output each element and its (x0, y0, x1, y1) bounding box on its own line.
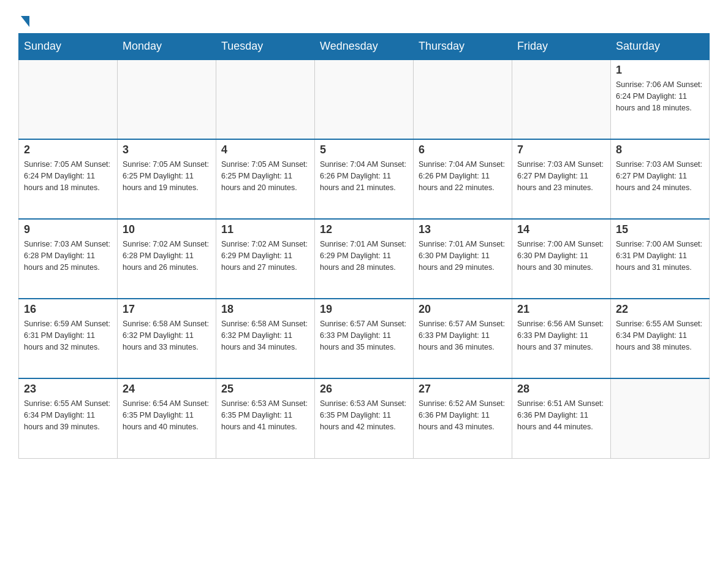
day-info: Sunrise: 7:03 AM Sunset: 6:28 PM Dayligh… (24, 239, 112, 273)
day-info: Sunrise: 7:02 AM Sunset: 6:28 PM Dayligh… (123, 239, 211, 273)
calendar-cell: 16Sunrise: 6:59 AM Sunset: 6:31 PM Dayli… (19, 299, 118, 378)
calendar-week-row: 2Sunrise: 7:05 AM Sunset: 6:24 PM Daylig… (19, 139, 710, 219)
calendar-cell: 21Sunrise: 6:56 AM Sunset: 6:33 PM Dayli… (512, 299, 611, 378)
day-number: 9 (24, 223, 112, 236)
calendar-cell: 13Sunrise: 7:01 AM Sunset: 6:30 PM Dayli… (414, 219, 512, 299)
day-number: 12 (320, 223, 408, 236)
calendar-cell (19, 59, 118, 139)
calendar-cell: 18Sunrise: 6:58 AM Sunset: 6:32 PM Dayli… (216, 299, 315, 378)
calendar-cell: 4Sunrise: 7:05 AM Sunset: 6:25 PM Daylig… (216, 139, 315, 219)
day-number: 14 (517, 223, 605, 236)
day-number: 10 (123, 223, 211, 236)
day-number: 13 (419, 223, 507, 236)
calendar-cell: 27Sunrise: 6:52 AM Sunset: 6:36 PM Dayli… (414, 378, 512, 458)
calendar-cell: 12Sunrise: 7:01 AM Sunset: 6:29 PM Dayli… (315, 219, 414, 299)
day-info: Sunrise: 7:04 AM Sunset: 6:26 PM Dayligh… (320, 159, 408, 193)
day-info: Sunrise: 7:03 AM Sunset: 6:27 PM Dayligh… (616, 159, 704, 193)
calendar-cell (118, 59, 216, 139)
calendar-cell: 11Sunrise: 7:02 AM Sunset: 6:29 PM Dayli… (216, 219, 315, 299)
day-number: 21 (517, 303, 605, 316)
day-info: Sunrise: 7:03 AM Sunset: 6:27 PM Dayligh… (517, 159, 605, 193)
calendar-cell (315, 59, 414, 139)
day-info: Sunrise: 6:57 AM Sunset: 6:33 PM Dayligh… (419, 318, 507, 353)
logo (18, 12, 29, 27)
day-number: 25 (221, 383, 309, 396)
calendar-cell: 26Sunrise: 6:53 AM Sunset: 6:35 PM Dayli… (315, 378, 414, 458)
calendar-cell: 2Sunrise: 7:05 AM Sunset: 6:24 PM Daylig… (19, 139, 118, 219)
calendar-cell: 15Sunrise: 7:00 AM Sunset: 6:31 PM Dayli… (611, 219, 710, 299)
day-info: Sunrise: 7:05 AM Sunset: 6:25 PM Dayligh… (123, 159, 211, 193)
day-info: Sunrise: 7:04 AM Sunset: 6:26 PM Dayligh… (419, 159, 507, 193)
day-number: 7 (517, 144, 605, 156)
day-info: Sunrise: 6:54 AM Sunset: 6:35 PM Dayligh… (123, 398, 211, 432)
day-info: Sunrise: 6:51 AM Sunset: 6:36 PM Dayligh… (517, 398, 605, 432)
day-number: 18 (221, 303, 309, 316)
calendar-cell: 3Sunrise: 7:05 AM Sunset: 6:25 PM Daylig… (118, 139, 216, 219)
calendar-cell (611, 378, 710, 458)
calendar-cell (216, 59, 315, 139)
day-info: Sunrise: 7:05 AM Sunset: 6:24 PM Dayligh… (24, 159, 112, 193)
calendar-cell: 17Sunrise: 6:58 AM Sunset: 6:32 PM Dayli… (118, 299, 216, 378)
day-number: 27 (419, 383, 507, 396)
day-number: 19 (320, 303, 408, 316)
calendar-cell: 9Sunrise: 7:03 AM Sunset: 6:28 PM Daylig… (19, 219, 118, 299)
logo-arrow-icon (21, 16, 29, 27)
day-number: 11 (221, 223, 309, 236)
calendar-cell: 20Sunrise: 6:57 AM Sunset: 6:33 PM Dayli… (414, 299, 512, 378)
day-number: 20 (419, 303, 507, 316)
day-info: Sunrise: 7:02 AM Sunset: 6:29 PM Dayligh… (221, 239, 309, 273)
day-info: Sunrise: 6:56 AM Sunset: 6:33 PM Dayligh… (517, 318, 605, 353)
day-number: 26 (320, 383, 408, 396)
calendar-cell: 8Sunrise: 7:03 AM Sunset: 6:27 PM Daylig… (611, 139, 710, 219)
day-info: Sunrise: 7:01 AM Sunset: 6:29 PM Dayligh… (320, 239, 408, 273)
day-number: 23 (24, 383, 112, 396)
calendar-cell: 10Sunrise: 7:02 AM Sunset: 6:28 PM Dayli… (118, 219, 216, 299)
day-number: 1 (616, 64, 704, 77)
calendar-weekday-sunday: Sunday (19, 34, 118, 60)
day-number: 6 (419, 144, 507, 156)
day-info: Sunrise: 7:05 AM Sunset: 6:25 PM Dayligh… (221, 159, 309, 193)
day-number: 8 (616, 144, 704, 156)
calendar-cell: 24Sunrise: 6:54 AM Sunset: 6:35 PM Dayli… (118, 378, 216, 458)
day-number: 2 (24, 144, 112, 156)
day-info: Sunrise: 7:00 AM Sunset: 6:30 PM Dayligh… (517, 239, 605, 273)
calendar-weekday-monday: Monday (118, 34, 216, 60)
calendar-cell: 6Sunrise: 7:04 AM Sunset: 6:26 PM Daylig… (414, 139, 512, 219)
day-info: Sunrise: 6:53 AM Sunset: 6:35 PM Dayligh… (221, 398, 309, 432)
day-info: Sunrise: 6:55 AM Sunset: 6:34 PM Dayligh… (616, 318, 704, 353)
calendar-weekday-wednesday: Wednesday (315, 34, 414, 60)
calendar-cell: 25Sunrise: 6:53 AM Sunset: 6:35 PM Dayli… (216, 378, 315, 458)
calendar-cell (512, 59, 611, 139)
day-info: Sunrise: 6:58 AM Sunset: 6:32 PM Dayligh… (123, 318, 211, 353)
day-info: Sunrise: 6:55 AM Sunset: 6:34 PM Dayligh… (24, 398, 112, 432)
calendar-cell: 22Sunrise: 6:55 AM Sunset: 6:34 PM Dayli… (611, 299, 710, 378)
day-number: 24 (123, 383, 211, 396)
day-info: Sunrise: 6:59 AM Sunset: 6:31 PM Dayligh… (24, 318, 112, 353)
day-number: 15 (616, 223, 704, 236)
day-number: 22 (616, 303, 704, 316)
day-info: Sunrise: 6:52 AM Sunset: 6:36 PM Dayligh… (419, 398, 507, 432)
calendar-weekday-tuesday: Tuesday (216, 34, 315, 60)
calendar-cell (414, 59, 512, 139)
day-number: 3 (123, 144, 211, 156)
calendar-week-row: 1Sunrise: 7:06 AM Sunset: 6:24 PM Daylig… (19, 59, 710, 139)
calendar-header-row: SundayMondayTuesdayWednesdayThursdayFrid… (19, 34, 710, 60)
day-number: 17 (123, 303, 211, 316)
calendar-cell: 23Sunrise: 6:55 AM Sunset: 6:34 PM Dayli… (19, 378, 118, 458)
day-info: Sunrise: 6:57 AM Sunset: 6:33 PM Dayligh… (320, 318, 408, 353)
calendar-cell: 28Sunrise: 6:51 AM Sunset: 6:36 PM Dayli… (512, 378, 611, 458)
calendar-table: SundayMondayTuesdayWednesdayThursdayFrid… (18, 33, 710, 459)
calendar-cell: 19Sunrise: 6:57 AM Sunset: 6:33 PM Dayli… (315, 299, 414, 378)
day-number: 5 (320, 144, 408, 156)
calendar-weekday-friday: Friday (512, 34, 611, 60)
day-number: 4 (221, 144, 309, 156)
calendar-weekday-saturday: Saturday (611, 34, 710, 60)
calendar-cell: 7Sunrise: 7:03 AM Sunset: 6:27 PM Daylig… (512, 139, 611, 219)
day-info: Sunrise: 6:53 AM Sunset: 6:35 PM Dayligh… (320, 398, 408, 432)
calendar-week-row: 16Sunrise: 6:59 AM Sunset: 6:31 PM Dayli… (19, 299, 710, 378)
calendar-cell: 1Sunrise: 7:06 AM Sunset: 6:24 PM Daylig… (611, 59, 710, 139)
calendar-cell: 5Sunrise: 7:04 AM Sunset: 6:26 PM Daylig… (315, 139, 414, 219)
page-header (18, 12, 710, 27)
calendar-cell: 14Sunrise: 7:00 AM Sunset: 6:30 PM Dayli… (512, 219, 611, 299)
day-info: Sunrise: 7:06 AM Sunset: 6:24 PM Dayligh… (616, 79, 704, 113)
